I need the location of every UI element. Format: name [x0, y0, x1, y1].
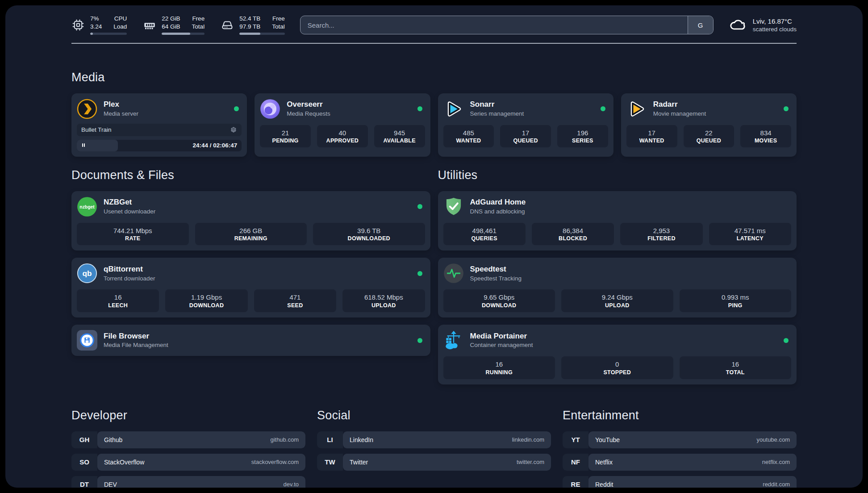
stat-label: BLOCKED — [534, 235, 611, 242]
player-progress-bar[interactable]: 24:44 / 02:06:47 — [77, 140, 242, 151]
stat-label: LATENCY — [712, 235, 789, 242]
bookmark-youtube[interactable]: YTYouTubeyoutube.com — [563, 431, 797, 448]
app-subtitle: Torrent downloader — [104, 275, 155, 282]
app-card-media-portainer[interactable]: Media PortainerContainer management16RUN… — [438, 325, 797, 384]
card-header: PlexMedia server — [77, 99, 242, 119]
stat-label: FILTERED — [623, 235, 700, 242]
search-engine-button[interactable]: G — [688, 16, 713, 34]
app-title: Radarr — [653, 100, 706, 109]
filebrowser-icon — [77, 330, 97, 351]
stat-value: 47.571 ms — [712, 227, 789, 235]
stat-value: 16 — [446, 360, 553, 369]
section-documents-files: Documents & Files nzbgetNZBGetUsenet dow… — [71, 168, 430, 384]
stat-progress-track — [90, 33, 127, 35]
stat-value: 86,384 — [534, 227, 611, 235]
section-title-entertainment: Entertainment — [563, 409, 797, 422]
app-title: Speedtest — [470, 265, 522, 274]
bookmark-abbr: RE — [563, 476, 588, 488]
cloud-icon — [729, 15, 747, 35]
section-title-social: Social — [317, 409, 551, 422]
app-title: NZBGet — [104, 198, 155, 207]
stat-label: QUERIES — [446, 235, 523, 242]
stat-value: 1.19 Gbps — [168, 293, 245, 302]
bookmark-url: youtube.com — [757, 436, 790, 443]
stat-value: 0 — [564, 360, 671, 369]
search-input[interactable] — [300, 16, 714, 34]
gear-icon[interactable] — [230, 126, 237, 134]
stat-label: SEED — [257, 302, 334, 309]
stat-progress-fill — [162, 33, 190, 35]
stat-tile-wanted: 485WANTED — [443, 125, 494, 148]
app-card-speedtest[interactable]: SpeedtestSpeedtest Tracking9.65 GbpsDOWN… — [438, 258, 797, 318]
system-stat-cpu: 7%3.24CPULoad — [71, 15, 127, 35]
app-card-sonarr[interactable]: SonarrSeries management485WANTED17QUEUED… — [438, 93, 613, 157]
status-dot-online — [784, 338, 789, 343]
app-subtitle: Movie management — [653, 110, 706, 117]
pause-icon[interactable] — [81, 142, 86, 150]
stat-value: 21 — [263, 129, 308, 138]
app-title: Sonarr — [470, 100, 524, 109]
card-stats-row: 16RUNNING0STOPPED16TOTAL — [443, 356, 792, 379]
bookmark-github[interactable]: GHGithubgithub.com — [71, 431, 305, 448]
app-card-adguard-home[interactable]: AdGuard HomeDNS and adblocking498,461QUE… — [438, 191, 797, 251]
status-dot-online — [417, 204, 422, 209]
stat-progress-fill — [239, 33, 260, 35]
stat-tile-latency: 47.571 msLATENCY — [709, 223, 791, 246]
app-card-nzbget[interactable]: nzbgetNZBGetUsenet downloader744.21 Mbps… — [71, 191, 430, 251]
stat-value: 17 — [503, 129, 548, 138]
bookmark-twitter[interactable]: TWTwittertwitter.com — [317, 454, 551, 471]
bookmark-pill: YouTubeyoutube.com — [588, 431, 797, 448]
stat-label: AVAILABLE — [377, 138, 422, 144]
bookmark-dev[interactable]: DTDEVdev.to — [71, 476, 305, 488]
bookmark-abbr: LI — [317, 431, 343, 448]
stat-label: TOTAL — [682, 369, 789, 376]
status-dot-online — [234, 106, 239, 111]
now-playing-title: Bullet Train — [81, 126, 112, 133]
app-card-radarr[interactable]: RadarrMovie management17WANTED22QUEUED83… — [621, 93, 797, 157]
card-header: SpeedtestSpeedtest Tracking — [443, 263, 792, 284]
bookmark-name: Twitter — [350, 459, 368, 466]
stat-tile-download: 1.19 GbpsDOWNLOAD — [165, 289, 247, 312]
stat-value: 9.65 Gbps — [446, 293, 553, 302]
app-card-qbittorrent[interactable]: qbqBittorrentTorrent downloader16LEECH1.… — [71, 258, 430, 318]
app-card-plex[interactable]: PlexMedia serverBullet Train24:44 / 02:0… — [71, 93, 247, 157]
media-cards-row: PlexMedia serverBullet Train24:44 / 02:0… — [71, 93, 797, 157]
bookmark-pill: StackOverflowstackoverflow.com — [97, 454, 305, 471]
app-card-overseerr[interactable]: OverseerrMedia Requests21PENDING40APPROV… — [255, 93, 430, 157]
card-header: AdGuard HomeDNS and adblocking — [443, 196, 792, 217]
stat-label: QUEUED — [503, 138, 548, 144]
bookmark-url: reddit.com — [763, 481, 790, 488]
app-card-file-browser[interactable]: File BrowserMedia File Management — [71, 325, 430, 356]
svg-text:qb: qb — [82, 269, 92, 278]
stat-value: 16 — [682, 360, 789, 369]
player-progress-fill — [77, 140, 118, 151]
bookmark-linkedin[interactable]: LILinkedInlinkedin.com — [317, 431, 551, 448]
section-title-utilities: Utilities — [438, 168, 797, 182]
stat-value: 618.52 Mbps — [345, 293, 422, 302]
bookmark-name: LinkedIn — [350, 436, 373, 443]
bookmark-stackoverflow[interactable]: SOStackOverflowstackoverflow.com — [71, 454, 305, 471]
weather-widget: Lviv, 16.87°C scattered clouds — [729, 15, 797, 35]
screen-frame: 7%3.24CPULoad22 GiB64 GiBFreeTotal52.4 T… — [0, 0, 868, 493]
system-stats: 7%3.24CPULoad22 GiB64 GiBFreeTotal52.4 T… — [71, 15, 285, 35]
stat-tile-running: 16RUNNING — [443, 356, 555, 379]
bookmark-url: linkedin.com — [512, 436, 544, 443]
bookmark-name: Netflix — [595, 459, 613, 466]
stat-tile-queued: 22QUEUED — [684, 125, 734, 148]
bookmark-name: StackOverflow — [104, 459, 144, 466]
stat-label: PING — [682, 302, 789, 309]
bookmark-name: Reddit — [595, 481, 613, 488]
middle-columns: Documents & Files nzbgetNZBGetUsenet dow… — [71, 168, 797, 384]
bookmark-netflix[interactable]: NFNetflixnetflix.com — [563, 454, 797, 471]
card-stats-row: 498,461QUERIES86,384BLOCKED2,953FILTERED… — [443, 223, 792, 246]
bookmark-reddit[interactable]: RERedditreddit.com — [563, 476, 797, 488]
stat-tile-queued: 17QUEUED — [500, 125, 551, 148]
status-dot-online — [417, 338, 422, 343]
status-dot-online — [417, 271, 422, 276]
bookmark-url: dev.to — [284, 481, 299, 488]
card-header: nzbgetNZBGetUsenet downloader — [77, 196, 425, 217]
stat-value: 22 — [686, 129, 732, 138]
weather-condition: scattered clouds — [753, 26, 797, 33]
status-dot-online — [784, 106, 789, 111]
documents-cards: nzbgetNZBGetUsenet downloader744.21 Mbps… — [71, 191, 430, 356]
